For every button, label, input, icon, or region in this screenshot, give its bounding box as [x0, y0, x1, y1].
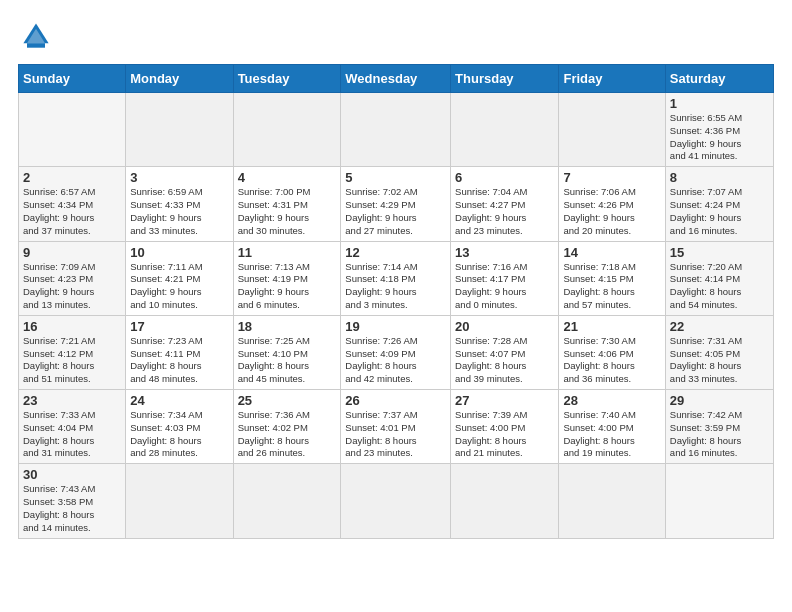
day-cell: 25Sunrise: 7:36 AM Sunset: 4:02 PM Dayli…: [233, 390, 341, 464]
day-cell: 1Sunrise: 6:55 AM Sunset: 4:36 PM Daylig…: [665, 93, 773, 167]
day-info: Sunrise: 7:06 AM Sunset: 4:26 PM Dayligh…: [563, 186, 660, 237]
weekday-sunday: Sunday: [19, 65, 126, 93]
day-number: 20: [455, 319, 554, 334]
day-info: Sunrise: 6:55 AM Sunset: 4:36 PM Dayligh…: [670, 112, 769, 163]
day-cell: 18Sunrise: 7:25 AM Sunset: 4:10 PM Dayli…: [233, 315, 341, 389]
day-number: 22: [670, 319, 769, 334]
day-number: 9: [23, 245, 121, 260]
day-cell: 29Sunrise: 7:42 AM Sunset: 3:59 PM Dayli…: [665, 390, 773, 464]
day-number: 14: [563, 245, 660, 260]
week-row-4: 23Sunrise: 7:33 AM Sunset: 4:04 PM Dayli…: [19, 390, 774, 464]
day-info: Sunrise: 7:16 AM Sunset: 4:17 PM Dayligh…: [455, 261, 554, 312]
day-number: 27: [455, 393, 554, 408]
day-cell: [126, 464, 233, 538]
day-cell: 4Sunrise: 7:00 PM Sunset: 4:31 PM Daylig…: [233, 167, 341, 241]
day-cell: 20Sunrise: 7:28 AM Sunset: 4:07 PM Dayli…: [451, 315, 559, 389]
day-cell: 13Sunrise: 7:16 AM Sunset: 4:17 PM Dayli…: [451, 241, 559, 315]
day-info: Sunrise: 7:36 AM Sunset: 4:02 PM Dayligh…: [238, 409, 337, 460]
day-cell: 7Sunrise: 7:06 AM Sunset: 4:26 PM Daylig…: [559, 167, 665, 241]
day-info: Sunrise: 7:40 AM Sunset: 4:00 PM Dayligh…: [563, 409, 660, 460]
day-info: Sunrise: 7:14 AM Sunset: 4:18 PM Dayligh…: [345, 261, 446, 312]
day-cell: 12Sunrise: 7:14 AM Sunset: 4:18 PM Dayli…: [341, 241, 451, 315]
day-number: 18: [238, 319, 337, 334]
day-number: 11: [238, 245, 337, 260]
day-info: Sunrise: 7:11 AM Sunset: 4:21 PM Dayligh…: [130, 261, 228, 312]
day-cell: 6Sunrise: 7:04 AM Sunset: 4:27 PM Daylig…: [451, 167, 559, 241]
day-cell: [665, 464, 773, 538]
day-cell: 9Sunrise: 7:09 AM Sunset: 4:23 PM Daylig…: [19, 241, 126, 315]
day-info: Sunrise: 7:23 AM Sunset: 4:11 PM Dayligh…: [130, 335, 228, 386]
week-row-3: 16Sunrise: 7:21 AM Sunset: 4:12 PM Dayli…: [19, 315, 774, 389]
weekday-saturday: Saturday: [665, 65, 773, 93]
day-cell: [126, 93, 233, 167]
day-cell: 15Sunrise: 7:20 AM Sunset: 4:14 PM Dayli…: [665, 241, 773, 315]
day-number: 3: [130, 170, 228, 185]
week-row-2: 9Sunrise: 7:09 AM Sunset: 4:23 PM Daylig…: [19, 241, 774, 315]
day-number: 28: [563, 393, 660, 408]
day-number: 25: [238, 393, 337, 408]
day-cell: 8Sunrise: 7:07 AM Sunset: 4:24 PM Daylig…: [665, 167, 773, 241]
day-info: Sunrise: 7:04 AM Sunset: 4:27 PM Dayligh…: [455, 186, 554, 237]
day-info: Sunrise: 7:37 AM Sunset: 4:01 PM Dayligh…: [345, 409, 446, 460]
week-row-0: 1Sunrise: 6:55 AM Sunset: 4:36 PM Daylig…: [19, 93, 774, 167]
day-info: Sunrise: 7:02 AM Sunset: 4:29 PM Dayligh…: [345, 186, 446, 237]
day-cell: 11Sunrise: 7:13 AM Sunset: 4:19 PM Dayli…: [233, 241, 341, 315]
day-number: 15: [670, 245, 769, 260]
day-number: 23: [23, 393, 121, 408]
day-cell: 21Sunrise: 7:30 AM Sunset: 4:06 PM Dayli…: [559, 315, 665, 389]
weekday-thursday: Thursday: [451, 65, 559, 93]
day-info: Sunrise: 7:00 PM Sunset: 4:31 PM Dayligh…: [238, 186, 337, 237]
week-row-5: 30Sunrise: 7:43 AM Sunset: 3:58 PM Dayli…: [19, 464, 774, 538]
day-cell: 10Sunrise: 7:11 AM Sunset: 4:21 PM Dayli…: [126, 241, 233, 315]
day-info: Sunrise: 7:18 AM Sunset: 4:15 PM Dayligh…: [563, 261, 660, 312]
header: [18, 18, 774, 54]
weekday-tuesday: Tuesday: [233, 65, 341, 93]
day-info: Sunrise: 7:28 AM Sunset: 4:07 PM Dayligh…: [455, 335, 554, 386]
day-info: Sunrise: 7:30 AM Sunset: 4:06 PM Dayligh…: [563, 335, 660, 386]
day-cell: 3Sunrise: 6:59 AM Sunset: 4:33 PM Daylig…: [126, 167, 233, 241]
day-info: Sunrise: 6:57 AM Sunset: 4:34 PM Dayligh…: [23, 186, 121, 237]
day-number: 24: [130, 393, 228, 408]
day-number: 2: [23, 170, 121, 185]
day-cell: [233, 464, 341, 538]
day-cell: [559, 93, 665, 167]
logo: [18, 18, 58, 54]
day-info: Sunrise: 7:39 AM Sunset: 4:00 PM Dayligh…: [455, 409, 554, 460]
day-number: 5: [345, 170, 446, 185]
day-cell: 27Sunrise: 7:39 AM Sunset: 4:00 PM Dayli…: [451, 390, 559, 464]
day-cell: [451, 93, 559, 167]
day-info: Sunrise: 7:31 AM Sunset: 4:05 PM Dayligh…: [670, 335, 769, 386]
day-info: Sunrise: 7:26 AM Sunset: 4:09 PM Dayligh…: [345, 335, 446, 386]
day-info: Sunrise: 7:42 AM Sunset: 3:59 PM Dayligh…: [670, 409, 769, 460]
day-cell: [341, 93, 451, 167]
day-number: 30: [23, 467, 121, 482]
day-number: 1: [670, 96, 769, 111]
day-number: 12: [345, 245, 446, 260]
logo-icon: [18, 18, 54, 54]
weekday-wednesday: Wednesday: [341, 65, 451, 93]
day-info: Sunrise: 7:09 AM Sunset: 4:23 PM Dayligh…: [23, 261, 121, 312]
day-cell: 24Sunrise: 7:34 AM Sunset: 4:03 PM Dayli…: [126, 390, 233, 464]
day-cell: 16Sunrise: 7:21 AM Sunset: 4:12 PM Dayli…: [19, 315, 126, 389]
day-info: Sunrise: 6:59 AM Sunset: 4:33 PM Dayligh…: [130, 186, 228, 237]
day-info: Sunrise: 7:43 AM Sunset: 3:58 PM Dayligh…: [23, 483, 121, 534]
day-number: 6: [455, 170, 554, 185]
weekday-monday: Monday: [126, 65, 233, 93]
day-cell: 28Sunrise: 7:40 AM Sunset: 4:00 PM Dayli…: [559, 390, 665, 464]
day-cell: 30Sunrise: 7:43 AM Sunset: 3:58 PM Dayli…: [19, 464, 126, 538]
day-cell: 19Sunrise: 7:26 AM Sunset: 4:09 PM Dayli…: [341, 315, 451, 389]
day-info: Sunrise: 7:21 AM Sunset: 4:12 PM Dayligh…: [23, 335, 121, 386]
day-number: 4: [238, 170, 337, 185]
day-number: 26: [345, 393, 446, 408]
day-number: 13: [455, 245, 554, 260]
day-cell: 2Sunrise: 6:57 AM Sunset: 4:34 PM Daylig…: [19, 167, 126, 241]
day-cell: 14Sunrise: 7:18 AM Sunset: 4:15 PM Dayli…: [559, 241, 665, 315]
day-cell: 5Sunrise: 7:02 AM Sunset: 4:29 PM Daylig…: [341, 167, 451, 241]
day-cell: 22Sunrise: 7:31 AM Sunset: 4:05 PM Dayli…: [665, 315, 773, 389]
calendar: SundayMondayTuesdayWednesdayThursdayFrid…: [18, 64, 774, 539]
day-info: Sunrise: 7:20 AM Sunset: 4:14 PM Dayligh…: [670, 261, 769, 312]
day-number: 16: [23, 319, 121, 334]
svg-rect-2: [27, 43, 45, 48]
day-cell: 17Sunrise: 7:23 AM Sunset: 4:11 PM Dayli…: [126, 315, 233, 389]
day-number: 10: [130, 245, 228, 260]
